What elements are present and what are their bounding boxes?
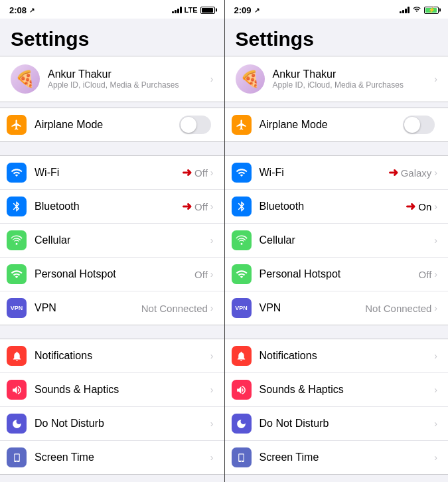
page-title: Settings bbox=[225, 19, 449, 56]
screen-time-label: Screen Time bbox=[35, 451, 210, 463]
settings-row-cellular[interactable]: Cellular› bbox=[225, 224, 449, 258]
bluetooth-label: Bluetooth bbox=[260, 201, 406, 212]
settings-row-notifications[interactable]: Notifications› bbox=[0, 339, 224, 373]
settings-row-screen-time[interactable]: Screen Time› bbox=[225, 441, 449, 474]
row-chevron: › bbox=[434, 384, 437, 395]
settings-row-bluetooth[interactable]: Bluetooth➜On› bbox=[225, 190, 449, 224]
notifications-label: Notifications bbox=[260, 350, 435, 362]
bluetooth-value: Off bbox=[194, 201, 208, 212]
row-chevron: › bbox=[210, 303, 214, 313]
settings-row-sounds-&-haptics[interactable]: Sounds & Haptics› bbox=[225, 373, 449, 407]
row-chevron: › bbox=[434, 418, 437, 429]
profile-name: Ankur Thakur bbox=[273, 68, 435, 80]
vpn-label: VPN bbox=[260, 302, 366, 314]
bluetooth-icon bbox=[7, 197, 27, 216]
row-chevron: › bbox=[210, 235, 214, 246]
do-not-disturb-label: Do Not Disturb bbox=[35, 418, 210, 430]
row-chevron: › bbox=[434, 269, 437, 280]
row-chevron: › bbox=[210, 201, 214, 212]
notifications-label: Notifications bbox=[35, 350, 210, 362]
settings-row-vpn[interactable]: VPNVPNNot Connected› bbox=[0, 291, 224, 325]
profile-sub: Apple ID, iCloud, Media & Purchases bbox=[48, 80, 210, 90]
settings-row-cellular[interactable]: Cellular› bbox=[0, 224, 224, 258]
row-chevron: › bbox=[434, 452, 437, 463]
profile-sub: Apple ID, iCloud, Media & Purchases bbox=[273, 80, 435, 90]
avatar: 🍕 bbox=[236, 64, 265, 94]
wi-fi-icon bbox=[7, 163, 27, 183]
wi-fi-value: Galaxy bbox=[401, 167, 432, 179]
row-chevron: › bbox=[210, 384, 214, 395]
airplane-mode-label: Airplane Mode bbox=[260, 119, 404, 131]
profile-chevron: › bbox=[210, 74, 214, 84]
row-chevron: › bbox=[434, 167, 437, 178]
wi-fi-icon bbox=[232, 163, 252, 183]
settings-row-wi-fi[interactable]: Wi-Fi➜Off› bbox=[0, 156, 224, 190]
settings-row-wi-fi[interactable]: Wi-Fi➜Galaxy› bbox=[225, 156, 449, 190]
settings-row-screen-time[interactable]: Screen Time› bbox=[0, 441, 224, 474]
personal-hotspot-label: Personal Hotspot bbox=[35, 268, 194, 280]
settings-row-vpn[interactable]: VPNVPNNot Connected› bbox=[225, 291, 449, 325]
cellular-label: Cellular bbox=[260, 234, 435, 246]
sounds-&-haptics-label: Sounds & Haptics bbox=[35, 384, 210, 396]
cellular-icon bbox=[7, 230, 27, 250]
settings-row-do-not-disturb[interactable]: Do Not Disturb› bbox=[0, 407, 224, 441]
red-arrow-icon: ➜ bbox=[388, 165, 398, 180]
row-chevron: › bbox=[210, 167, 214, 178]
settings-section-0: Airplane Mode bbox=[225, 108, 449, 142]
bluetooth-icon bbox=[232, 197, 252, 216]
signal-bars bbox=[172, 7, 182, 13]
red-arrow-container: ➜ bbox=[182, 199, 192, 214]
profile-chevron: › bbox=[434, 74, 437, 84]
toggle-knob bbox=[181, 117, 196, 133]
settings-row-do-not-disturb[interactable]: Do Not Disturb› bbox=[225, 407, 449, 441]
settings-row-sounds-&-haptics[interactable]: Sounds & Haptics› bbox=[0, 373, 224, 407]
screen-time-label: Screen Time bbox=[260, 451, 435, 463]
settings-section-2: Notifications›Sounds & Haptics›Do Not Di… bbox=[225, 339, 449, 475]
toggle-knob bbox=[404, 117, 420, 133]
notifications-icon bbox=[7, 346, 27, 366]
settings-section-1: Wi-Fi➜Off›Bluetooth➜Off›Cellular›Persona… bbox=[0, 155, 224, 325]
battery-icon: ⚡ bbox=[424, 7, 439, 14]
row-chevron: › bbox=[210, 418, 214, 429]
vpn-icon: VPN bbox=[232, 298, 252, 318]
red-arrow-container: ➜ bbox=[388, 165, 398, 180]
settings-row-airplane-mode[interactable]: Airplane Mode bbox=[225, 108, 449, 141]
profile-card[interactable]: 🍕 Ankur Thakur Apple ID, iCloud, Media &… bbox=[225, 56, 449, 102]
vpn-icon: VPN bbox=[7, 298, 27, 318]
red-arrow-icon: ➜ bbox=[406, 199, 415, 214]
settings-content: Settings 🍕 Ankur Thakur Apple ID, iCloud… bbox=[225, 19, 449, 482]
wi-fi-label: Wi-Fi bbox=[260, 167, 388, 179]
red-arrow-container: ➜ bbox=[406, 199, 415, 214]
do-not-disturb-label: Do Not Disturb bbox=[260, 418, 435, 430]
settings-section-1: Wi-Fi➜Galaxy›Bluetooth➜On›Cellular›Perso… bbox=[225, 155, 449, 325]
profile-card[interactable]: 🍕 Ankur Thakur Apple ID, iCloud, Media &… bbox=[0, 56, 224, 102]
avatar: 🍕 bbox=[11, 64, 40, 94]
personal-hotspot-icon bbox=[232, 264, 252, 284]
settings-row-bluetooth[interactable]: Bluetooth➜Off› bbox=[0, 190, 224, 224]
airplane-mode-toggle[interactable] bbox=[179, 116, 211, 134]
wi-fi-label: Wi-Fi bbox=[35, 167, 182, 179]
personal-hotspot-label: Personal Hotspot bbox=[260, 268, 419, 280]
settings-row-personal-hotspot[interactable]: Personal HotspotOff› bbox=[0, 258, 224, 291]
profile-info: Ankur Thakur Apple ID, iCloud, Media & P… bbox=[273, 68, 435, 90]
sounds-&-haptics-icon bbox=[7, 380, 27, 400]
personal-hotspot-icon bbox=[7, 264, 27, 284]
profile-info: Ankur Thakur Apple ID, iCloud, Media & P… bbox=[48, 68, 210, 90]
status-bar: 2:09↗⚡ bbox=[225, 0, 449, 19]
settings-content: Settings 🍕 Ankur Thakur Apple ID, iCloud… bbox=[0, 19, 224, 482]
notifications-icon bbox=[232, 346, 252, 366]
page-title: Settings bbox=[0, 19, 224, 56]
settings-section-2: Notifications›Sounds & Haptics›Do Not Di… bbox=[0, 339, 224, 475]
status-bar: 2:08↗LTE bbox=[0, 0, 224, 19]
do-not-disturb-icon bbox=[232, 414, 252, 434]
row-chevron: › bbox=[434, 235, 437, 246]
row-chevron: › bbox=[210, 351, 214, 361]
location-arrow: ↗ bbox=[254, 7, 260, 14]
cellular-label: Cellular bbox=[35, 234, 210, 246]
settings-row-personal-hotspot[interactable]: Personal HotspotOff› bbox=[225, 258, 449, 291]
phone-panel-right: 2:09↗⚡Settings 🍕 Ankur Thakur Apple ID, … bbox=[224, 0, 449, 482]
airplane-mode-toggle[interactable] bbox=[403, 116, 435, 134]
settings-row-notifications[interactable]: Notifications› bbox=[225, 339, 449, 373]
settings-row-airplane-mode[interactable]: Airplane Mode bbox=[0, 108, 224, 141]
status-right: ⚡ bbox=[400, 5, 439, 15]
